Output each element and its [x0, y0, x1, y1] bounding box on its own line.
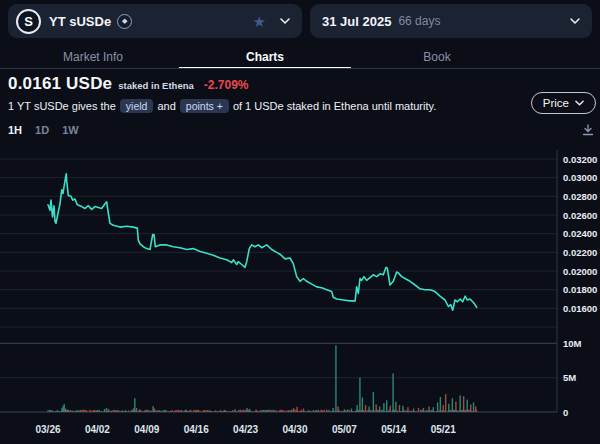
download-chart-button[interactable] [581, 123, 595, 141]
volume-bar [97, 410, 98, 412]
volume-bar [255, 410, 256, 412]
volume-bar [136, 408, 137, 412]
volume-axis-label: 10M [563, 338, 582, 349]
maturity-days-left: 66 days [398, 14, 440, 28]
volume-bar [335, 345, 336, 412]
volume-noise-bar [367, 410, 368, 412]
interval-1h-button[interactable]: 1H [8, 124, 22, 136]
interval-1d-button[interactable]: 1D [35, 124, 49, 136]
volume-noise-bar [285, 411, 286, 412]
volume-noise-bar [145, 410, 146, 412]
volume-noise-bar [102, 411, 103, 412]
volume-bar [134, 398, 135, 412]
volume-noise-bar [198, 410, 199, 412]
volume-noise-bar [260, 410, 261, 412]
volume-noise-bar [308, 410, 309, 412]
volume-bar [76, 410, 77, 412]
volume-noise-bar [162, 411, 163, 412]
volume-noise-bar [251, 411, 252, 412]
tab-charts[interactable]: Charts [179, 44, 351, 68]
volume-noise-bar [299, 411, 300, 412]
volume-noise-bar [370, 410, 371, 412]
description-middle: and [157, 100, 175, 112]
interval-switcher: 1H 1D 1W [8, 124, 79, 136]
volume-bar [455, 402, 456, 412]
volume-bar [246, 408, 247, 412]
volume-noise-bar [345, 410, 346, 412]
volume-noise-bar [322, 410, 323, 412]
tab-book[interactable]: Book [351, 44, 523, 68]
volume-noise-bar [47, 410, 48, 412]
volume-noise-bar [328, 410, 329, 412]
volume-noise-bar [203, 410, 204, 412]
volume-bar [185, 410, 186, 412]
description-prefix: 1 YT sUSDe gives the [8, 100, 116, 112]
volume-noise-bar [269, 410, 270, 412]
volume-bar [390, 406, 391, 412]
tab-market-info[interactable]: Market Info [7, 44, 179, 68]
yield-badge[interactable]: yield [120, 99, 154, 113]
volume-bar [152, 406, 153, 412]
volume-noise-bar [238, 410, 239, 412]
interval-1w-button[interactable]: 1W [62, 124, 79, 136]
volume-bar [326, 410, 327, 412]
market-description: 1 YT sUSDe gives the yield and points + … [8, 99, 436, 113]
chevron-down-icon [570, 18, 580, 24]
volume-noise-bar [114, 410, 115, 412]
volume-noise-bar [182, 411, 183, 412]
volume-noise-bar [95, 410, 96, 412]
volume-bar [399, 405, 400, 412]
volume-bar [70, 410, 71, 412]
volume-noise-bar [415, 411, 416, 412]
volume-noise-bar [276, 410, 277, 412]
volume-noise-bar [80, 410, 81, 412]
volume-noise-bar [348, 410, 349, 412]
volume-noise-bar [78, 410, 79, 412]
volume-noise-bar [156, 410, 157, 412]
volume-bar [395, 402, 396, 412]
volume-noise-bar [317, 410, 318, 412]
volume-noise-bar [319, 411, 320, 412]
volume-noise-bar [397, 411, 398, 412]
volume-bar [108, 409, 109, 412]
volume-noise-bar [257, 411, 258, 412]
volume-noise-bar [279, 410, 280, 412]
volume-noise-bar [158, 410, 159, 412]
volume-bar [280, 410, 281, 412]
volume-noise-bar [358, 410, 359, 412]
points-badge[interactable]: points + [180, 99, 229, 113]
volume-noise-bar [282, 410, 283, 412]
favorite-star-icon[interactable]: ★ [253, 14, 266, 29]
volume-noise-bar [220, 410, 221, 412]
price-axis-label: 0.01800 [563, 284, 597, 295]
volume-bar [448, 404, 449, 412]
volume-bar [121, 410, 122, 412]
volume-noise-bar [274, 410, 275, 412]
volume-bar [423, 408, 424, 412]
x-axis-label: 04/23 [233, 424, 258, 435]
volume-bar [383, 403, 384, 412]
volume-noise-bar [123, 411, 124, 412]
metric-selector-button[interactable]: Price [531, 92, 596, 114]
volume-noise-bar [181, 410, 182, 412]
volume-bar [373, 392, 374, 412]
volume-bar [445, 394, 446, 412]
volume-noise-bar [193, 410, 194, 412]
x-axis-label: 04/02 [85, 424, 110, 435]
volume-noise-bar [353, 411, 354, 412]
market-selector[interactable]: S YT sUSDe ◆ ★ [8, 4, 302, 38]
volume-bar [475, 407, 476, 412]
volume-noise-bar [113, 410, 114, 412]
volume-noise-bar [212, 411, 213, 412]
volume-noise-bar [221, 411, 222, 412]
maturity-selector[interactable]: 31 Jul 2025 66 days [310, 4, 592, 38]
volume-noise-bar [254, 411, 255, 412]
volume-bar [266, 410, 267, 412]
volume-noise-bar [409, 411, 410, 412]
volume-noise-bar [271, 410, 272, 412]
volume-noise-bar [289, 410, 290, 412]
volume-noise-bar [291, 410, 292, 412]
volume-noise-bar [83, 410, 84, 412]
price-chart[interactable]: 0.032000.030000.028000.026000.024000.022… [0, 146, 600, 444]
volume-noise-bar [119, 411, 120, 412]
